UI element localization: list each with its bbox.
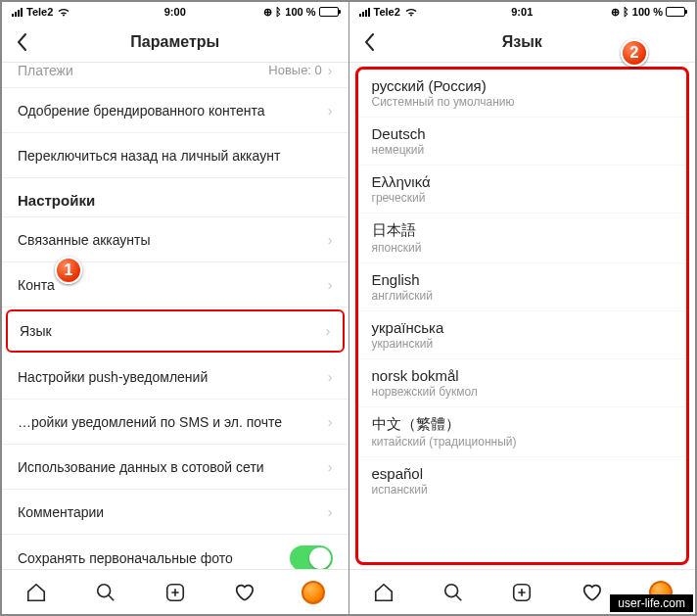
tab-new-post[interactable] (510, 581, 534, 604)
row-save-original-photos[interactable]: Сохранять первоначальные фото (2, 535, 348, 569)
chevron-right-icon: › (328, 232, 333, 248)
language-list: русский (Россия)Системный по умолчанию D… (349, 63, 696, 569)
status-time: 9:01 (468, 6, 577, 18)
page-title: Параметры (2, 33, 348, 51)
toggle-switch[interactable] (290, 545, 333, 569)
svg-point-0 (98, 584, 111, 596)
tab-activity[interactable] (580, 581, 603, 604)
signal-icon (359, 8, 370, 17)
home-icon (373, 582, 395, 603)
bluetooth-icon: ᛒ (275, 6, 282, 18)
status-bar: Tele2 9:00 ⊕ ᛒ 100 % (2, 2, 348, 22)
search-icon (442, 582, 464, 603)
carrier-label: Tele2 (374, 6, 400, 18)
screenshot-container: Tele2 9:00 ⊕ ᛒ 100 % Параметры Платежи Н… (0, 0, 697, 616)
row-contacts[interactable]: Конта › 1 (2, 262, 348, 308)
watermark: user-life.com (610, 594, 693, 612)
language-sub: немецкий (372, 143, 674, 157)
wifi-icon (57, 7, 70, 17)
alarm-icon: ⊕ (263, 6, 272, 19)
row-label: Настройки push-уведомлений (18, 369, 328, 385)
battery-percent: 100 % (285, 6, 315, 18)
tab-activity[interactable] (232, 581, 256, 604)
row-label: Платежи (18, 63, 268, 78)
row-payments[interactable]: Платежи Новые: 0 › (2, 63, 348, 88)
tab-home[interactable] (24, 581, 48, 604)
language-name: 日本語 (372, 221, 674, 240)
language-item[interactable]: norsk bokmålнорвежский букмол (358, 359, 687, 407)
language-item[interactable]: Ελληνικάгреческий (358, 166, 687, 213)
callout-1: 1 (55, 257, 82, 284)
row-label: Связанные аккаунты (18, 232, 328, 248)
heart-icon (233, 582, 255, 603)
language-name: Ελληνικά (372, 173, 674, 190)
section-title: Настройки (2, 178, 348, 217)
home-icon (25, 582, 47, 603)
chevron-right-icon: › (328, 459, 333, 475)
tab-search[interactable] (441, 581, 465, 604)
language-sub: украинский (372, 337, 674, 351)
wifi-icon (404, 7, 418, 17)
row-push[interactable]: Настройки push-уведомлений › (2, 355, 348, 400)
language-item[interactable]: Englishанглийский (358, 263, 687, 311)
language-name: English (372, 271, 674, 288)
language-sub: китайский (традиционный) (372, 435, 674, 449)
language-sub: английский (372, 289, 674, 303)
chevron-right-icon: › (328, 369, 333, 385)
language-item[interactable]: españolиспанский (358, 457, 687, 504)
row-branded-content[interactable]: Одобрение брендированного контента › (2, 88, 348, 133)
status-bar: Tele2 9:01 ⊕ ᛒ 100 % (349, 2, 696, 22)
language-item[interactable]: русский (Россия)Системный по умолчанию (358, 70, 687, 118)
chevron-right-icon: › (328, 63, 333, 78)
phone-right: Tele2 9:01 ⊕ ᛒ 100 % Язык 2 русский (Рос… (349, 2, 696, 614)
plus-square-icon (164, 582, 186, 603)
tab-profile[interactable] (302, 581, 325, 604)
language-item[interactable]: Deutschнемецкий (358, 118, 687, 166)
row-label: Переключиться назад на личный аккаунт (18, 148, 333, 164)
nav-header: Параметры (2, 22, 348, 63)
settings-list: Платежи Новые: 0 › Одобрение брендирован… (2, 63, 348, 569)
language-name: 中文（繁體） (372, 415, 674, 434)
language-item[interactable]: 中文（繁體）китайский (традиционный) (358, 407, 687, 457)
row-sms-email[interactable]: …ройки уведомлений по SMS и эл. почте › (2, 400, 348, 445)
back-button[interactable] (2, 22, 41, 63)
phone-left: Tele2 9:00 ⊕ ᛒ 100 % Параметры Платежи Н… (2, 2, 349, 614)
chevron-right-icon: › (328, 504, 333, 520)
language-item[interactable]: 日本語японский (358, 213, 687, 263)
tab-search[interactable] (94, 581, 117, 604)
back-button[interactable] (349, 22, 389, 63)
nav-header: Язык 2 (349, 22, 696, 63)
battery-percent: 100 % (632, 6, 663, 18)
row-label: Сохранять первоначальные фото (18, 550, 290, 566)
language-name: русский (Россия) (372, 77, 674, 94)
language-name: español (372, 465, 674, 482)
row-label: Язык (20, 323, 326, 339)
row-linked-accounts[interactable]: Связанные аккаунты › (2, 217, 348, 262)
row-label: Одобрение брендированного контента (18, 103, 328, 118)
row-comments[interactable]: Комментарии › (2, 490, 348, 535)
profile-avatar-icon (302, 581, 325, 604)
tab-home[interactable] (372, 581, 395, 604)
language-sub: греческий (372, 191, 674, 205)
chevron-left-icon (16, 32, 27, 52)
language-name: Deutsch (372, 125, 674, 142)
search-icon (95, 582, 116, 603)
svg-point-2 (444, 584, 457, 596)
language-item[interactable]: українськаукраинский (358, 311, 687, 359)
language-sub: японский (372, 241, 674, 255)
row-badge: Новые: 0 (268, 63, 322, 77)
row-label: Использование данных в сотовой сети (18, 459, 328, 475)
row-switch-personal[interactable]: Переключиться назад на личный аккаунт (2, 133, 348, 178)
tab-new-post[interactable] (163, 581, 187, 604)
chevron-left-icon (363, 32, 375, 52)
battery-icon (319, 7, 339, 17)
heart-icon (581, 582, 602, 603)
language-sub: Системный по умолчанию (372, 95, 674, 109)
bluetooth-icon: ᛒ (623, 6, 629, 18)
language-sub: испанский (372, 483, 674, 497)
alarm-icon: ⊕ (611, 6, 620, 19)
language-name: українська (372, 319, 674, 336)
row-language[interactable]: Язык › (6, 309, 345, 353)
language-name: norsk bokmål (372, 367, 674, 384)
row-cellular[interactable]: Использование данных в сотовой сети › (2, 445, 348, 490)
